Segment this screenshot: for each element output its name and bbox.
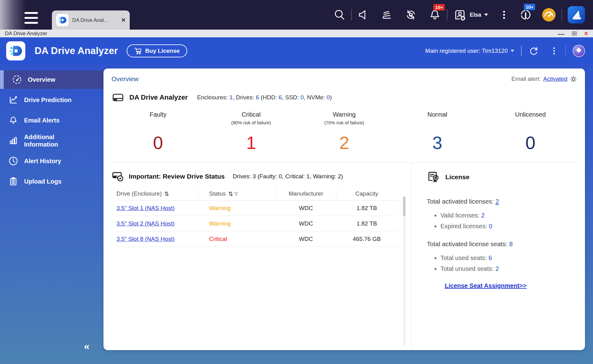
user-name[interactable]: Elsa — [470, 12, 481, 18]
license-title: License — [445, 173, 469, 181]
total-licenses: Total activated licenses: 2 — [427, 198, 574, 205]
tab-close-icon[interactable]: × — [121, 17, 125, 23]
sidebar-collapse-icon[interactable]: « — [84, 341, 90, 351]
restore-icon[interactable] — [572, 31, 577, 35]
drive-status-section: Important: Review Drive Status Drives: 3… — [111, 163, 411, 350]
stat-warning: Warning (70% risk of failure) 2 — [298, 111, 391, 152]
list-item: Total used seats: 6 — [440, 253, 574, 263]
minimize-icon[interactable] — [558, 34, 565, 35]
sidebar-item-upload-logs[interactable]: Upload Logs — [0, 172, 103, 191]
sidebar-item-additional-information[interactable]: Additional Information — [0, 131, 103, 150]
cart-icon — [134, 47, 142, 55]
qid-avatar[interactable] — [573, 45, 585, 57]
background-tasks-icon[interactable] — [381, 9, 393, 21]
email-alert-status-link[interactable]: Activated — [543, 76, 567, 82]
license-icon — [427, 171, 440, 184]
email-alert: Email alert: Activated — [511, 76, 577, 83]
stat-critical: Critical (90% risk of failure) 1 — [204, 111, 297, 152]
drive-link[interactable]: 3.5" Slot 1 (NAS Host) — [116, 205, 175, 212]
window-titlebar: DA Drive Analyzer × — [0, 30, 593, 37]
dropdown-caret — [511, 50, 514, 52]
table-scrollbar[interactable] — [403, 196, 406, 346]
sidebar-item-email-alerts[interactable]: Email Alerts — [0, 111, 103, 130]
capacity-cell: 1.82 TB — [336, 205, 397, 212]
seat-details: Total used seats: 6 Total unused seats: … — [434, 253, 574, 274]
taskbar-icons: 10+ Elsa — [333, 0, 593, 30]
divider — [561, 9, 562, 21]
manufacturer-cell: WDC — [276, 236, 336, 242]
status-stats: Faulty 0 Critical (90% risk of failure) … — [111, 111, 577, 152]
status-cell: Critical — [198, 236, 276, 242]
sync-device-icon[interactable] — [404, 8, 417, 21]
gear-icon[interactable] — [570, 76, 577, 83]
sidebar: Overview Drive Prediction Email Alerts A… — [0, 64, 103, 364]
summary-title: DA Drive Analyzer — [129, 93, 188, 101]
col-manufacturer: Manufacturer — [276, 187, 336, 200]
system-alert-badge: 10+ — [524, 4, 535, 10]
clock-icon — [8, 156, 19, 166]
drive-table: Drive (Enclosure)⇅ Status⇅▽ Manufacturer… — [116, 187, 397, 247]
section-title: Important: Review Drive Status — [129, 173, 225, 180]
sidebar-item-drive-prediction[interactable]: Drive Prediction — [0, 91, 103, 109]
notifications-bell-icon[interactable]: 10+ — [428, 8, 441, 21]
table-row[interactable]: 3.5" Slot 8 (NAS Host) Critical WDC 465.… — [116, 231, 397, 247]
window-title: DA Drive Analyzer — [5, 31, 47, 37]
user-account-icon[interactable] — [453, 8, 467, 22]
table-row[interactable]: 3.5" Slot 1 (NAS Host) Warning WDC 1.82 … — [116, 201, 397, 216]
sidebar-item-alert-history[interactable]: Alert History — [0, 152, 103, 170]
notification-badge: 10+ — [433, 4, 445, 10]
screen: DA Drive Anal... × — [0, 0, 593, 364]
status-cell: Warning — [198, 220, 276, 227]
app-tab[interactable]: DA Drive Anal... × — [52, 10, 130, 30]
main-menu-icon[interactable] — [24, 12, 38, 24]
col-capacity: Capacity — [336, 187, 397, 200]
list-item: Expired licenses: 0 — [440, 221, 574, 232]
manufacturer-cell: WDC — [276, 205, 336, 212]
license-seat-assignment-link[interactable]: License Seat Assignment>> — [445, 282, 527, 289]
line-chart-icon — [8, 95, 19, 105]
stat-faulty: Faulty 0 — [111, 111, 204, 152]
total-seats: Total activated license seats: 8 — [427, 240, 574, 248]
bar-chart-icon — [8, 135, 19, 146]
qts-taskbar: DA Drive Anal... × — [0, 0, 593, 30]
close-icon[interactable]: × — [584, 30, 588, 37]
kebab-menu-icon[interactable] — [549, 46, 559, 56]
stat-unlicensed: Unlicensed 0 — [484, 111, 577, 152]
enclosure-summary: Enclosures: 1, Drives: 6 (HDD: 6, SSD: 0… — [197, 94, 332, 101]
buy-license-button[interactable]: Buy License — [127, 44, 187, 57]
table-header: Drive (Enclosure)⇅ Status⇅▽ Manufacturer… — [116, 187, 397, 201]
app-title: DA Drive Analyzer — [35, 45, 118, 56]
system-alert-icon[interactable]: 10+ — [519, 8, 532, 22]
speedometer-icon — [12, 74, 22, 85]
scrollbar-thumb[interactable] — [403, 196, 406, 216]
refresh-icon[interactable] — [528, 46, 539, 56]
col-status: Status — [209, 190, 226, 197]
user-dropdown-caret[interactable] — [484, 14, 488, 16]
license-details: Valid licenses: 2 Expired licenses: 0 — [434, 210, 574, 232]
sidebar-item-overview[interactable]: Overview — [0, 70, 103, 89]
divider — [521, 46, 522, 56]
sort-icon[interactable]: ⇅ — [228, 190, 233, 197]
page-title: Overview — [111, 75, 139, 83]
filter-icon[interactable]: ▽ — [234, 191, 238, 196]
registered-user-dropdown[interactable]: Main registered user: Tim13120 — [425, 48, 514, 54]
da-drive-analyzer-tab-icon — [56, 14, 69, 26]
search-icon[interactable] — [333, 9, 346, 21]
overview-card: Overview Email alert: Activated DA Drive… — [103, 68, 585, 350]
app-body: Overview Drive Prediction Email Alerts A… — [0, 64, 593, 364]
sort-icon[interactable]: ⇅ — [164, 190, 169, 197]
more-options-icon[interactable] — [498, 9, 510, 21]
license-panel: License Total activated licenses: 2 Vali… — [411, 163, 577, 350]
resource-monitor-gauge-icon[interactable] — [542, 8, 556, 22]
section-summary: Drives: 3 (Faulty: 0, Critical: 1, Warni… — [233, 173, 343, 180]
col-drive: Drive (Enclosure) — [116, 190, 162, 197]
table-row[interactable]: 3.5" Slot 2 (NAS Host) Warning WDC 1.82 … — [116, 216, 397, 231]
drive-link[interactable]: 3.5" Slot 8 (NAS Host) — [116, 236, 175, 242]
myqnapcloud-icon[interactable] — [568, 6, 585, 23]
total-licenses-link[interactable]: 2 — [495, 198, 499, 205]
tab-title: DA Drive Anal... — [72, 17, 118, 23]
app-logo — [6, 41, 25, 60]
list-item: Valid licenses: 2 — [440, 210, 574, 221]
announcement-icon[interactable] — [357, 9, 370, 21]
drive-link[interactable]: 3.5" Slot 2 (NAS Host) — [116, 220, 175, 227]
